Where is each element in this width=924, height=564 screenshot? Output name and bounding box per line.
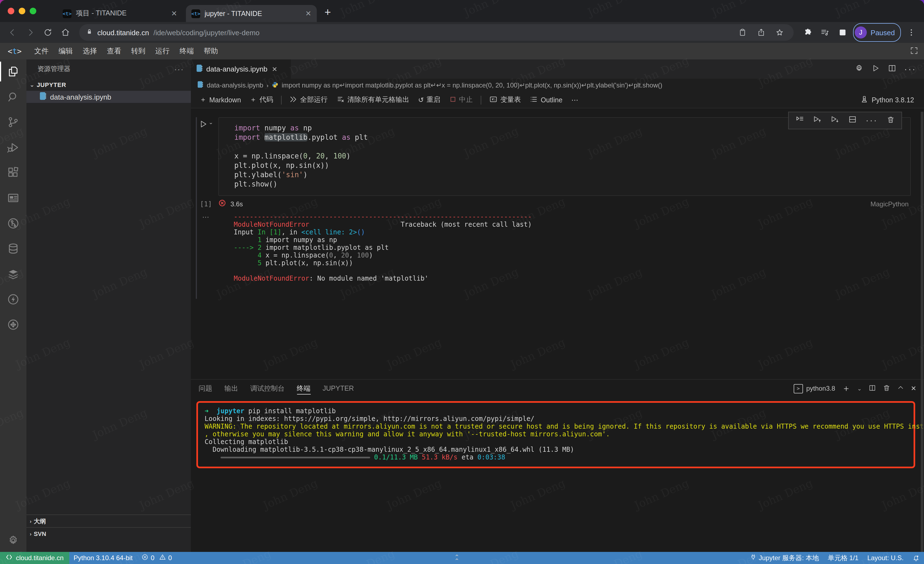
menu-view[interactable]: 查看: [102, 43, 126, 59]
layers-stack-icon[interactable]: [0, 265, 26, 283]
back-icon[interactable]: [6, 25, 20, 40]
restart-button[interactable]: ↺重启: [415, 93, 444, 107]
tab-close-icon[interactable]: ✕: [171, 9, 177, 18]
reveal-dock-chevrons-icon[interactable]: ⌃⌃: [454, 555, 459, 563]
sidepanel-icon[interactable]: [836, 25, 850, 40]
thunder-icon[interactable]: [0, 290, 26, 308]
editor-scrollbar[interactable]: [921, 112, 924, 552]
breadcrumb-code[interactable]: import numpy as np↵import matplotlib.pyp…: [282, 81, 662, 89]
run-debug-icon[interactable]: [0, 139, 26, 156]
terminal-dropdown-chevron-icon[interactable]: ⌄: [857, 386, 862, 391]
minimize-window-button[interactable]: [19, 8, 25, 14]
clear-outputs-button[interactable]: 清除所有单元格输出: [333, 93, 412, 107]
menu-run[interactable]: 运行: [150, 43, 175, 59]
tab-problems[interactable]: 问题: [198, 380, 212, 397]
bookmark-star-icon[interactable]: [773, 25, 787, 40]
kernel-picker[interactable]: Python 3.8.12: [860, 95, 918, 105]
execute-cell-and-below-icon[interactable]: [795, 115, 804, 126]
split-editor-icon[interactable]: [888, 63, 897, 75]
tab-debug-console[interactable]: 调试控制台: [250, 380, 285, 397]
menu-goto[interactable]: 转到: [126, 43, 150, 59]
maximize-panel-chevron-icon[interactable]: [897, 384, 904, 393]
reload-icon[interactable]: [41, 25, 55, 40]
run-all-icon: [289, 95, 297, 105]
menu-help[interactable]: 帮助: [199, 43, 223, 59]
tab-close-icon[interactable]: ✕: [272, 65, 278, 73]
menu-terminal[interactable]: 终端: [175, 43, 199, 59]
tab-close-icon[interactable]: ✕: [305, 9, 311, 18]
collect-arrows-icon[interactable]: [0, 316, 26, 334]
sidebar-more-icon[interactable]: ···: [174, 65, 184, 73]
file-item-notebook[interactable]: data-analysis.ipynb: [26, 91, 191, 103]
browser-preview-icon[interactable]: [0, 189, 26, 207]
section-jupyter[interactable]: ⌄ JUPYTER: [26, 79, 191, 91]
playlist-icon[interactable]: [818, 25, 832, 40]
run-cell-button[interactable]: ⌄: [199, 119, 213, 129]
delete-cell-trash-icon[interactable]: [886, 115, 895, 126]
execute-below-icon[interactable]: [831, 115, 839, 126]
clipboard-icon[interactable]: [735, 25, 750, 40]
database-icon[interactable]: [0, 240, 26, 257]
run-options-chevron-icon[interactable]: ⌄: [209, 120, 213, 125]
extensions-puzzle-icon[interactable]: [800, 25, 814, 40]
close-panel-icon[interactable]: ✕: [911, 385, 916, 393]
section-svn[interactable]: › SVN: [26, 527, 191, 540]
add-code-button[interactable]: ＋代码: [246, 93, 276, 107]
address-bar[interactable]: cloud.titanide.cn/ide/web/coding/jupyter…: [79, 24, 794, 41]
source-control-icon[interactable]: [0, 113, 26, 131]
notifications-bell-icon[interactable]: [908, 552, 924, 564]
python-interpreter-status[interactable]: Python 3.10.4 64-bit: [69, 552, 137, 564]
menu-edit[interactable]: 编辑: [54, 43, 78, 59]
output-collapse-icon[interactable]: ⋯: [194, 213, 218, 282]
close-window-button[interactable]: [8, 8, 14, 14]
variables-button[interactable]: 变量表: [485, 93, 524, 107]
settings-gear-icon[interactable]: [0, 534, 26, 546]
add-markdown-button[interactable]: ＋Markdown: [196, 93, 244, 107]
tab-jupyter[interactable]: JUPYTER: [322, 380, 354, 397]
editor-more-icon[interactable]: ···: [904, 64, 916, 74]
terminal-output[interactable]: ➜ jupyter pip install matplotlibLooking …: [205, 407, 907, 461]
remote-indicator[interactable]: cloud.titanide.cn: [0, 552, 69, 564]
keyboard-layout-status[interactable]: Layout: U.S.: [863, 552, 908, 564]
search-icon[interactable]: [0, 88, 26, 106]
extensions-icon[interactable]: [0, 164, 26, 182]
shell-selector[interactable]: >python3.8: [794, 384, 835, 393]
cell-more-icon[interactable]: ···: [866, 116, 878, 125]
interrupt-button[interactable]: 中止: [446, 93, 476, 107]
explorer-files-icon[interactable]: [0, 63, 26, 80]
browser-tab-project[interactable]: <t> 项目 - TITANIDE ✕: [57, 5, 183, 22]
browser-menu-kebab-icon[interactable]: [904, 25, 918, 40]
new-tab-button[interactable]: +: [324, 7, 331, 18]
tab-terminal[interactable]: 终端: [297, 380, 310, 397]
plus-icon: ＋: [200, 95, 207, 105]
toolbar-more-icon[interactable]: ⋯: [568, 93, 582, 107]
split-terminal-icon[interactable]: [868, 384, 876, 393]
forward-icon[interactable]: [23, 25, 38, 40]
problems-status[interactable]: 0 0: [137, 552, 176, 564]
breadcrumb[interactable]: data-analysis.ipynb › import numpy as np…: [191, 79, 924, 92]
section-outline[interactable]: › 大纲: [26, 514, 191, 527]
fullscreen-icon[interactable]: [910, 46, 918, 56]
jupyter-server-status[interactable]: Jupyter 服务器: 本地: [745, 552, 824, 564]
tab-output[interactable]: 输出: [224, 380, 238, 397]
editor-tab-notebook[interactable]: data-analysis.ipynb ✕: [191, 59, 291, 79]
execute-above-icon[interactable]: [813, 115, 822, 126]
cell-position-status[interactable]: 单元格 1/1: [824, 552, 863, 564]
share-icon[interactable]: [754, 25, 768, 40]
run-all-button[interactable]: 全部运行: [286, 93, 331, 107]
zoom-window-button[interactable]: [30, 8, 36, 14]
menu-file[interactable]: 文件: [29, 43, 54, 59]
run-editor-icon[interactable]: [871, 63, 880, 75]
browser-tab-jupyter[interactable]: <t> jupyter - TITANIDE ✕: [186, 5, 317, 22]
menu-selection[interactable]: 选择: [78, 43, 102, 59]
breadcrumb-file[interactable]: data-analysis.ipynb: [207, 81, 263, 89]
new-terminal-plus-icon[interactable]: ＋: [842, 383, 850, 394]
git-graph-circle-icon[interactable]: [0, 215, 26, 232]
split-cell-icon[interactable]: [848, 115, 857, 126]
home-icon[interactable]: [58, 25, 73, 40]
outline-button[interactable]: Outline: [526, 93, 566, 107]
kill-terminal-trash-icon[interactable]: [883, 384, 891, 393]
cell-language-indicator[interactable]: MagicPython: [870, 200, 909, 208]
profile-chip[interactable]: J Paused: [853, 23, 901, 42]
notebook-settings-gear-icon[interactable]: [855, 63, 864, 75]
